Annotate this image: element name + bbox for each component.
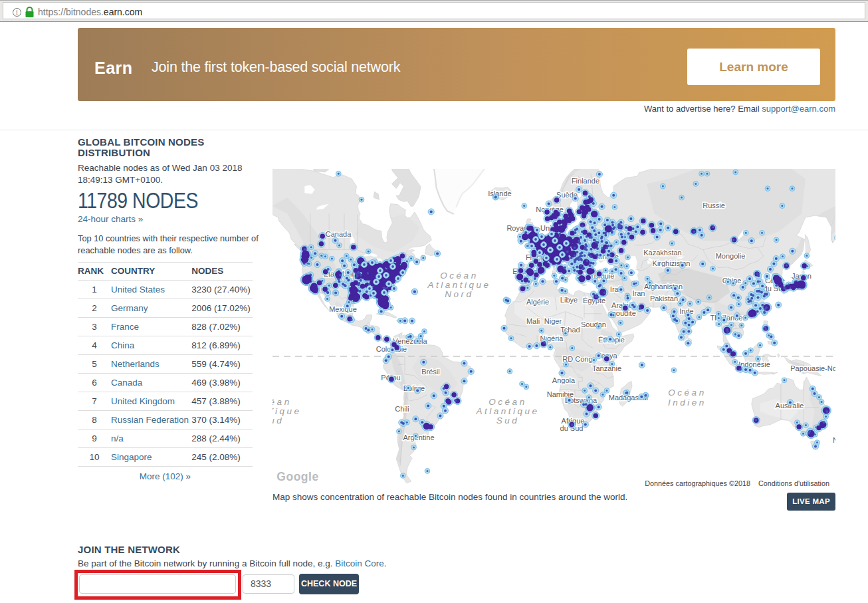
svg-text:Nord: Nord xyxy=(445,289,473,299)
svg-text:Océan: Océan xyxy=(272,397,292,407)
svg-text:Mongolie: Mongolie xyxy=(716,252,746,260)
svg-text:Mali: Mali xyxy=(526,317,540,325)
svg-text:Niger: Niger xyxy=(544,317,562,325)
svg-text:Angola: Angola xyxy=(552,376,576,384)
svg-text:Finlande: Finlande xyxy=(572,177,599,185)
svg-text:Sud: Sud xyxy=(272,416,284,425)
svg-text:Pacifique: Pacifique xyxy=(272,406,302,416)
svg-text:Islande: Islande xyxy=(488,189,511,197)
svg-text:Océan: Océan xyxy=(668,388,706,398)
svg-text:Indien: Indien xyxy=(668,398,706,408)
svg-text:Iran: Iran xyxy=(633,289,645,297)
svg-text:Océan: Océan xyxy=(440,271,478,281)
svg-text:Argentine: Argentine xyxy=(403,433,434,441)
svg-text:Pakistan: Pakistan xyxy=(650,295,678,302)
svg-text:Papouasie-Nouvelle-Guinée: Papouasie-Nouvelle-Guinée xyxy=(790,364,835,372)
svg-text:Indonésie: Indonésie xyxy=(738,360,770,368)
svg-text:Océan: Océan xyxy=(488,397,526,407)
svg-text:Chili: Chili xyxy=(395,405,409,413)
svg-text:Libye: Libye xyxy=(560,296,578,304)
svg-text:Kazakhstan: Kazakhstan xyxy=(643,249,681,257)
svg-text:Soudan: Soudan xyxy=(581,320,606,328)
svg-text:Russie: Russie xyxy=(703,201,725,209)
svg-text:Brésil: Brésil xyxy=(421,368,440,376)
svg-text:Canada: Canada xyxy=(326,230,352,238)
svg-text:Atlantique: Atlantique xyxy=(475,406,539,416)
svg-text:Algérie: Algérie xyxy=(526,298,549,306)
svg-text:Atlantique: Atlantique xyxy=(427,280,490,290)
svg-text:Données cartographiques ©2018: Données cartographiques ©2018 Conditions… xyxy=(645,479,829,487)
svg-text:Mexique: Mexique xyxy=(329,305,357,313)
svg-text:Nouvelle-Zélande: Nouvelle-Zélande xyxy=(833,436,835,444)
svg-text:Tanzanie: Tanzanie xyxy=(592,364,621,372)
svg-text:Sud: Sud xyxy=(496,416,520,425)
svg-text:Google: Google xyxy=(276,470,318,483)
